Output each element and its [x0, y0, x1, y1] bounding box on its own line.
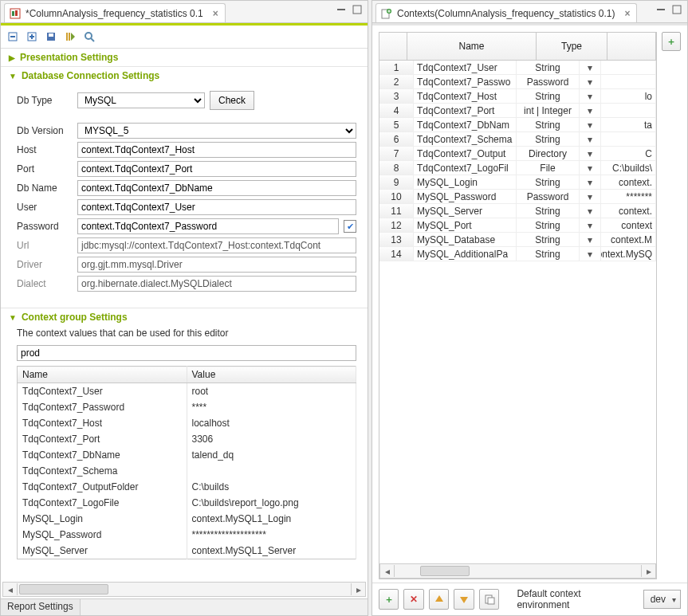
scroll-left-icon[interactable]: ◂ [380, 565, 395, 577]
cell-value: context. [601, 175, 656, 189]
cell-type: String [517, 118, 580, 131]
input-user[interactable] [77, 199, 356, 215]
type-dropdown-icon[interactable]: ▾ [580, 104, 601, 117]
table-row[interactable]: TdqContext7_Hostlocalhost [18, 415, 356, 431]
input-dbname[interactable] [77, 180, 356, 196]
add-button[interactable]: ＋ [379, 589, 399, 610]
grid-row[interactable]: 4TdqContext7_Portint | Integer▾ [379, 104, 656, 118]
grid-row[interactable]: 9MySQL_LoginString▾context. [379, 175, 656, 190]
grid-row[interactable]: 1TdqContext7_UserString▾ [379, 61, 656, 75]
select-dbtype[interactable]: MySQL [77, 92, 205, 108]
password-context-checkbox[interactable]: ✔ [344, 220, 356, 233]
chevron-right-icon: ▶ [9, 53, 15, 62]
move-down-button[interactable] [454, 589, 474, 610]
add-column-button[interactable]: ＋ [662, 32, 681, 51]
context-env-input[interactable] [17, 345, 356, 361]
grid-row[interactable]: 10MySQL_PasswordPassword▾******* [379, 190, 656, 204]
check-button[interactable]: Check [210, 91, 254, 110]
context-note: The context values that can be used for … [1, 326, 368, 343]
move-up-button[interactable] [429, 589, 449, 610]
table-row[interactable]: TdqContext7_LogoFileC:\builds\report_log… [18, 495, 356, 511]
cell-name: TdqContext7_Schema [18, 463, 187, 479]
col-rownum[interactable] [379, 33, 407, 60]
table-row[interactable]: TdqContext7_DbNametalend_dq [18, 447, 356, 463]
grid-row[interactable]: 13MySQL_DatabaseString▾context.M [379, 233, 656, 247]
input-password[interactable] [77, 218, 339, 234]
grid-row[interactable]: 3TdqContext7_HostString▾lo [379, 89, 656, 104]
scroll-thumb[interactable] [420, 566, 470, 576]
col-name[interactable]: Name [18, 367, 187, 383]
type-dropdown-icon[interactable]: ▾ [580, 161, 601, 175]
input-port[interactable] [77, 161, 356, 177]
maximize-icon[interactable] [671, 4, 682, 15]
grid-row[interactable]: 2TdqContext7_PasswoPassword▾ [379, 75, 656, 89]
table-row[interactable]: TdqContext7_OutputFolderC:\builds [18, 479, 356, 495]
section-presentation[interactable]: ▶ Presentation Settings [1, 49, 368, 66]
type-dropdown-icon[interactable]: ▾ [580, 233, 601, 246]
type-dropdown-icon[interactable]: ▾ [580, 118, 601, 131]
input-driver [77, 257, 356, 273]
table-row[interactable]: TdqContext7_Password**** [18, 399, 356, 415]
svg-line-16 [91, 38, 94, 41]
type-dropdown-icon[interactable]: ▾ [580, 204, 601, 218]
save-icon[interactable] [42, 28, 60, 45]
scroll-thumb[interactable] [19, 584, 108, 594]
copy-button[interactable] [479, 589, 499, 610]
minimize-icon[interactable] [655, 4, 666, 15]
grid-row[interactable]: 5TdqContext7_DbNamString▾ta [379, 118, 656, 132]
scroll-right-icon[interactable]: ▸ [351, 583, 365, 595]
type-dropdown-icon[interactable]: ▾ [580, 147, 601, 160]
close-icon[interactable]: × [213, 8, 218, 19]
type-dropdown-icon[interactable]: ▾ [580, 61, 601, 74]
table-row[interactable]: TdqContext7_Schema [18, 463, 356, 479]
collapse-all-icon[interactable] [4, 28, 22, 45]
section-context-group[interactable]: ▼ Context group Settings [1, 308, 368, 326]
type-dropdown-icon[interactable]: ▾ [580, 247, 601, 261]
left-toolbar [1, 26, 368, 49]
section-db-connection[interactable]: ▼ Database Connection Settings [1, 67, 368, 84]
context-env-select[interactable]: dev [643, 590, 681, 609]
grid-row[interactable]: 7TdqContext7_OutputDirectory▾C [379, 147, 656, 161]
table-row[interactable]: MySQL_Servercontext.MySQL1_Server [18, 543, 356, 559]
grid-row[interactable]: 11MySQL_ServerString▾context. [379, 204, 656, 218]
table-row[interactable]: MySQL_Login context.MySQL1_Login [18, 511, 356, 527]
grid-scrollbar[interactable]: ◂ ▸ [379, 563, 656, 579]
close-icon[interactable]: × [624, 8, 630, 19]
status-report-settings[interactable]: Report Settings [1, 599, 81, 615]
tab-column-analysis[interactable]: *ColumnAnalysis_frequency_statistics 0.1… [4, 3, 226, 22]
col-value[interactable]: Value [187, 367, 356, 383]
cell-value: ******************** [187, 527, 356, 543]
scroll-right-icon[interactable]: ▸ [641, 565, 655, 577]
select-dbversion[interactable]: MYSQL_5 [77, 123, 356, 139]
grid-row[interactable]: 8TdqContext7_LogoFilFile▾C:\builds\ [379, 161, 656, 175]
right-tabbar: Contexts(ColumnAnalysis_frequency_statis… [372, 1, 687, 23]
type-dropdown-icon[interactable]: ▾ [580, 89, 601, 103]
type-dropdown-icon[interactable]: ▾ [580, 190, 601, 203]
left-scrollbar[interactable]: ◂ ▸ [2, 582, 366, 597]
expand-all-icon[interactable] [23, 28, 41, 45]
cell-name: MySQL_Server [414, 204, 517, 218]
table-row[interactable]: TdqContext7_Userroot [18, 383, 356, 400]
type-dropdown-icon[interactable]: ▾ [580, 175, 601, 189]
grid-row[interactable]: 12MySQL_PortString▾context [379, 218, 656, 233]
minimize-icon[interactable] [336, 4, 347, 15]
col-type[interactable]: Type [537, 33, 607, 60]
search-icon[interactable] [81, 28, 98, 45]
grid-row[interactable]: 14MySQL_AdditionalPaString▾context.MySQ [379, 247, 656, 261]
remove-button[interactable]: ✕ [403, 589, 423, 610]
grid-row[interactable]: 6TdqContext7_SchemaString▾ [379, 132, 656, 147]
cell-name: TdqContext7_Output [414, 147, 517, 160]
scroll-left-icon[interactable]: ◂ [3, 583, 18, 595]
maximize-icon[interactable] [352, 4, 363, 15]
table-row[interactable]: MySQL_Password******************** [18, 527, 356, 543]
table-row[interactable]: TdqContext7_Port3306 [18, 431, 356, 447]
chevron-down-icon: ▼ [9, 313, 17, 322]
col-value[interactable] [607, 33, 656, 60]
run-icon[interactable] [61, 28, 79, 45]
type-dropdown-icon[interactable]: ▾ [580, 75, 601, 88]
col-name[interactable]: Name [407, 33, 537, 60]
type-dropdown-icon[interactable]: ▾ [580, 132, 601, 146]
type-dropdown-icon[interactable]: ▾ [580, 218, 601, 232]
input-host[interactable] [77, 142, 356, 158]
tab-contexts[interactable]: Contexts(ColumnAnalysis_frequency_statis… [375, 3, 637, 22]
